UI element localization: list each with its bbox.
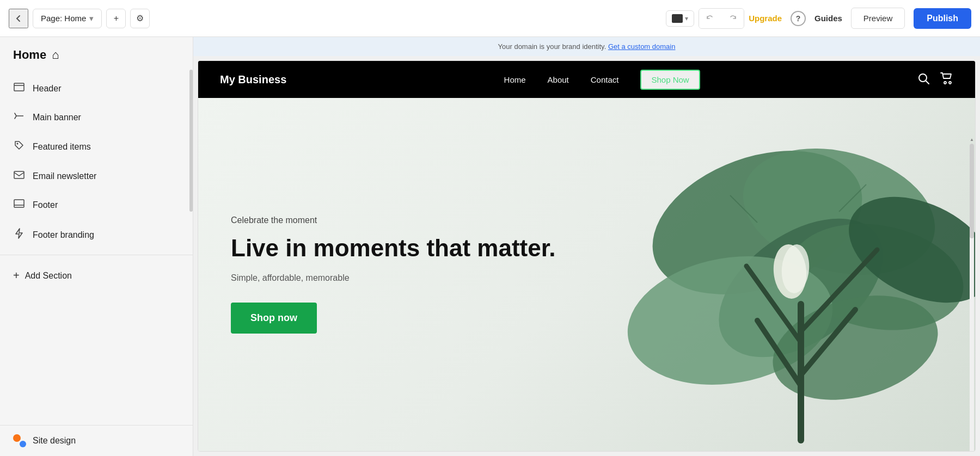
scroll-handle[interactable] [189,70,193,212]
sidebar-item-footer-branding[interactable]: Footer branding [0,219,193,250]
sidebar-divider [0,255,193,255]
site-header: My Business Home About Contact Shop Now [198,61,975,98]
settings-button[interactable]: ⚙ [130,9,150,28]
email-newsletter-label: Email newsletter [33,171,96,181]
canvas-area: Your domain is your brand identity. Get … [193,37,980,456]
main-banner-label: Main banner [33,113,81,122]
hero-subtitle: Celebrate the moment [231,215,556,225]
footer-label: Footer [33,200,58,210]
sidebar-item-main-banner[interactable]: Main banner [0,103,193,132]
svg-point-9 [944,82,946,84]
add-icon: + [114,14,119,23]
page-title-text: Home [13,48,46,62]
chevron-down-icon: ▾ [685,15,688,22]
header-label: Header [33,84,61,94]
undo-redo-group [699,8,744,29]
upgrade-button[interactable]: Upgrade [749,14,782,23]
email-icon [13,170,25,182]
site-design-button[interactable]: Site design [13,434,180,447]
site-logo: My Business [220,73,286,86]
svg-point-10 [949,82,951,84]
sidebar-item-header[interactable]: Header [0,74,193,103]
footer-branding-label: Footer branding [33,230,94,240]
banner-icon [13,112,25,123]
gear-icon: ⚙ [136,13,144,23]
sidebar-item-featured-items[interactable]: Featured items [0,132,193,162]
scroll-up-arrow[interactable]: ▲ [970,135,974,144]
footer-icon [13,199,25,211]
guides-button[interactable]: Guides [814,14,842,23]
page-title: Home ⌂ [0,37,193,70]
svg-rect-5 [14,200,24,207]
add-section-toolbar-button[interactable]: + [106,9,126,28]
hero-title: Live in moments that matter. [231,234,556,263]
layout-icon [13,83,25,94]
page-label: Page: Home [41,14,86,23]
svg-line-8 [926,81,929,84]
hero-section: Celebrate the moment Live in moments tha… [198,98,975,451]
domain-banner-text: Your domain is your brand identity. [498,42,607,51]
publish-button[interactable]: Publish [914,8,971,29]
help-button[interactable]: ? [791,11,806,26]
get-custom-domain-link[interactable]: Get a custom domain [608,42,676,51]
site-nav: Home About Contact Shop Now [504,70,700,90]
top-toolbar: Page: Home ▾ + ⚙ ▾ Upgrade ? Gui [0,0,980,37]
preview-button[interactable]: Preview [851,8,905,29]
search-icon[interactable] [917,72,929,87]
desktop-icon [672,14,683,23]
back-button[interactable] [9,9,28,28]
toolbar-right: Upgrade ? Guides Preview Publish [749,8,971,29]
add-section-button[interactable]: + Add Section [0,260,193,292]
home-icon: ⌂ [52,48,59,62]
scroll-thumb[interactable] [970,144,974,238]
site-preview: My Business Home About Contact Shop Now [198,60,976,452]
chevron-down-icon: ▾ [89,14,94,23]
tag-icon [13,140,25,153]
nav-link-home[interactable]: Home [504,75,526,84]
svg-point-3 [17,143,19,145]
svg-rect-4 [14,171,24,178]
hero-description: Simple, affordable, memorable [231,273,556,283]
sidebar-item-footer[interactable]: Footer [0,190,193,219]
hero-content: Celebrate the moment Live in moments tha… [198,183,589,367]
add-section-label: Add Section [25,271,72,281]
plus-icon: + [13,269,20,282]
device-selector[interactable]: ▾ [666,10,694,27]
main-layout: Home ⌂ Header [0,37,980,456]
sidebar: Home ⌂ Header [0,37,193,456]
shop-now-hero-button[interactable]: Shop now [231,303,317,334]
cart-icon[interactable] [940,72,953,87]
site-header-icons [917,72,953,87]
scroll-bar[interactable]: ▲ ▼ [970,135,974,451]
undo-button[interactable] [699,9,721,28]
lightning-icon [13,228,25,242]
svg-rect-0 [14,83,24,91]
sidebar-bottom: Site design [0,425,193,456]
nav-link-about[interactable]: About [548,75,569,84]
nav-link-contact[interactable]: Contact [591,75,619,84]
site-design-icon [13,434,26,447]
page-selector[interactable]: Page: Home ▾ [33,9,102,28]
shop-now-header-button[interactable]: Shop Now [640,70,700,90]
sidebar-sections: Header Main banner Fea [0,70,193,425]
featured-items-label: Featured items [33,142,91,152]
site-design-label: Site design [33,436,76,446]
question-icon: ? [796,14,801,23]
scroll-track [970,144,974,451]
redo-button[interactable] [722,9,744,28]
sidebar-item-email-newsletter[interactable]: Email newsletter [0,162,193,190]
domain-banner: Your domain is your brand identity. Get … [193,37,980,56]
